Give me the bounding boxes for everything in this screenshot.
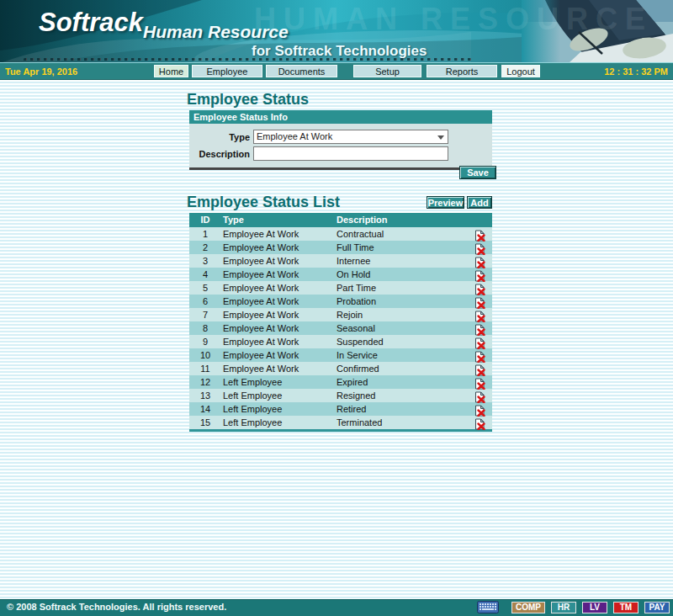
description-input[interactable]: [253, 146, 448, 161]
nav-item-setup[interactable]: Setup: [353, 65, 421, 77]
app-window: HUMAN RESOURCE Softrack Human Resource f…: [0, 0, 673, 616]
cell-description: Contractual: [336, 227, 462, 241]
banner-decoration: [23, 58, 474, 61]
cell-description: Part Time: [336, 281, 462, 295]
delete-button[interactable]: [462, 335, 492, 348]
list-title: Employee Status List: [187, 194, 340, 211]
employee-status-info-panel: Employee Status Info Type Employee At Wo…: [189, 110, 492, 170]
keyboard-icon[interactable]: [477, 601, 499, 613]
footer-modules: COMPHRLVTMPAY: [477, 601, 670, 613]
copyright-text: © 2008 Softrack Technologies. All rights…: [7, 602, 226, 612]
cell-id: 5: [189, 281, 221, 295]
nav-item-reports[interactable]: Reports: [427, 65, 497, 77]
add-button[interactable]: Add: [467, 196, 492, 209]
nav-item-documents[interactable]: Documents: [266, 65, 337, 77]
cell-type: Employee At Work: [221, 295, 336, 308]
cell-id: 14: [189, 402, 221, 416]
cell-id: 7: [189, 308, 221, 321]
delete-document-icon: [474, 391, 485, 403]
module-button-comp[interactable]: COMP: [511, 602, 545, 613]
cell-id: 2: [189, 241, 221, 254]
module-button-tm[interactable]: TM: [613, 602, 639, 613]
delete-document-icon: [474, 243, 485, 255]
delete-button[interactable]: [462, 241, 492, 254]
table-header: ID Type Description: [189, 213, 492, 227]
banner-tagline: for Softrack Technologies: [252, 43, 427, 60]
cell-type: Employee At Work: [221, 335, 336, 348]
cell-type: Employee At Work: [221, 321, 336, 335]
delete-document-icon: [474, 311, 485, 322]
delete-button[interactable]: [462, 308, 492, 321]
delete-button[interactable]: [462, 402, 492, 416]
cell-type: Left Employee: [221, 416, 336, 429]
delete-document-icon: [474, 405, 485, 417]
cell-description: Expired: [336, 375, 462, 389]
cell-description: Full Time: [336, 241, 462, 254]
module-button-pay[interactable]: PAY: [644, 602, 670, 613]
cell-type: Employee At Work: [221, 268, 336, 281]
nav-item-employee[interactable]: Employee: [192, 65, 262, 77]
cell-type: Left Employee: [221, 402, 336, 416]
delete-document-icon: [474, 337, 485, 349]
delete-document-icon: [474, 418, 485, 430]
cell-description: Suspended: [336, 335, 462, 348]
app-logo-subtitle: Human Resource: [143, 22, 289, 42]
table-row: 9Employee At WorkSuspended: [189, 335, 492, 348]
panel-body: Type Employee At Work Description: [189, 124, 492, 167]
delete-document-icon: [474, 364, 485, 376]
delete-button[interactable]: [462, 227, 492, 241]
cell-type: Left Employee: [221, 375, 336, 389]
delete-button[interactable]: [462, 281, 492, 295]
delete-button[interactable]: [462, 389, 492, 402]
delete-document-icon: [474, 270, 485, 282]
module-button-lv[interactable]: LV: [582, 602, 607, 613]
table-row: 7Employee At WorkRejoin: [189, 308, 492, 321]
table-row: 1Employee At WorkContractual: [189, 227, 492, 241]
column-header-description: Description: [336, 213, 462, 227]
banner-watermark: HUMAN RESOURCE: [254, 2, 673, 37]
table-row: 6Employee At WorkProbation: [189, 295, 492, 308]
current-date: Tue Apr 19, 2016: [5, 66, 77, 77]
cell-type: Employee At Work: [221, 241, 336, 254]
delete-button[interactable]: [462, 268, 492, 281]
table-row: 12Left EmployeeExpired: [189, 375, 492, 389]
current-time: 12 : 31 : 32 PM: [604, 66, 668, 77]
cell-type: Employee At Work: [221, 348, 336, 362]
app-logo: Softrack: [39, 8, 143, 38]
delete-document-icon: [474, 297, 485, 309]
table-row: 11Employee At WorkConfirmed: [189, 362, 492, 375]
cell-id: 6: [189, 295, 221, 308]
cell-type: Employee At Work: [221, 227, 336, 241]
cell-description: Rejoin: [336, 308, 462, 321]
type-select-value: Employee At Work: [257, 131, 332, 141]
table-row: 2Employee At WorkFull Time: [189, 241, 492, 254]
table-row: 15Left EmployeeTerminated: [189, 416, 492, 429]
delete-document-icon: [474, 378, 485, 390]
panel-title: Employee Status Info: [189, 110, 492, 124]
column-header-type: Type: [221, 213, 336, 227]
chevron-down-icon: [437, 135, 444, 140]
module-button-hr[interactable]: HR: [551, 602, 576, 613]
delete-button[interactable]: [462, 416, 492, 429]
save-button[interactable]: Save: [459, 166, 496, 179]
delete-button[interactable]: [462, 254, 492, 268]
cell-description: Retired: [336, 402, 462, 416]
column-header-id: ID: [189, 213, 221, 227]
nav-item-home[interactable]: Home: [154, 65, 188, 77]
delete-button[interactable]: [462, 321, 492, 335]
type-label: Type: [189, 132, 253, 142]
delete-button[interactable]: [462, 375, 492, 389]
delete-button[interactable]: [462, 362, 492, 375]
delete-button[interactable]: [462, 348, 492, 362]
nav-item-logout[interactable]: Logout: [501, 65, 540, 77]
cell-description: Confirmed: [336, 362, 462, 375]
cell-type: Employee At Work: [221, 281, 336, 295]
preview-button[interactable]: Preview: [427, 196, 464, 209]
type-select[interactable]: Employee At Work: [253, 130, 448, 144]
cell-id: 9: [189, 335, 221, 348]
cell-type: Employee At Work: [221, 308, 336, 321]
cell-id: 3: [189, 254, 221, 268]
cell-description: Seasonal: [336, 321, 462, 335]
delete-document-icon: [474, 351, 485, 363]
delete-button[interactable]: [462, 295, 492, 308]
